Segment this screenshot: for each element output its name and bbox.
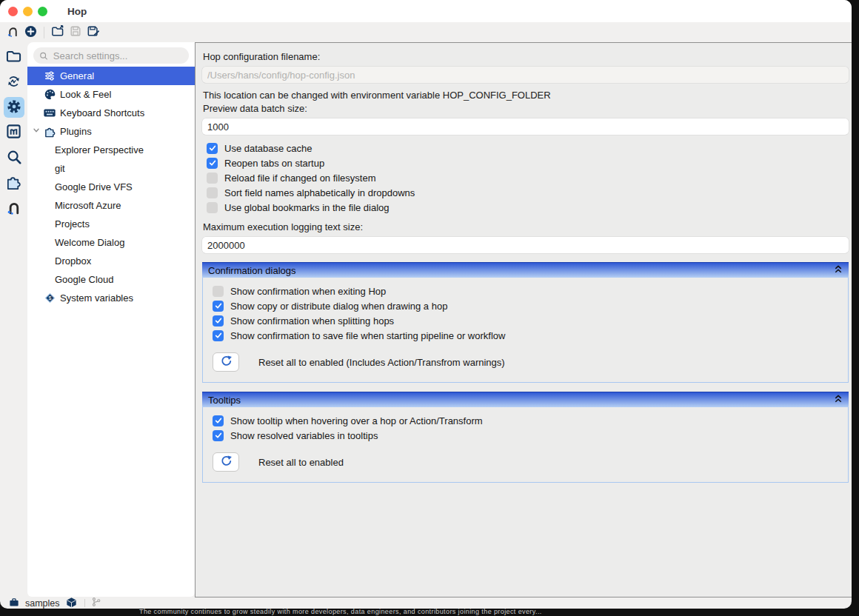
environment-cube-icon — [66, 597, 77, 609]
perspective-folder-explorer[interactable] — [4, 47, 24, 67]
collapse-section-icon[interactable] — [834, 264, 843, 276]
option-sections: Confirmation dialogsShow confirmation wh… — [202, 262, 849, 483]
checkbox-unchecked-icon[interactable] — [207, 202, 218, 213]
main-area: GeneralLook & FeelKeyboard ShortcutsPlug… — [0, 42, 852, 597]
save-as-button[interactable] — [84, 24, 102, 41]
checkbox-show-copy-or-distribute-dialog-when-drawing-a-hop[interactable]: Show copy or distribute dialog when draw… — [208, 298, 848, 313]
checkbox-label: Reload file if changed on filesystem — [224, 173, 376, 184]
checkbox-show-resolved-variables-in-tooltips[interactable]: Show resolved variables in tooltips — [208, 428, 848, 443]
perspective-gear[interactable] — [4, 97, 24, 118]
checkbox-unchecked-icon[interactable] — [213, 286, 224, 297]
zoom-window-button[interactable] — [38, 7, 47, 16]
settings-tree: GeneralLook & FeelKeyboard ShortcutsPlug… — [27, 67, 195, 307]
checkbox-label: Show resolved variables in tooltips — [230, 430, 378, 441]
checkbox-show-tooltip-when-hovering-over-a-hop-or-action-transform[interactable]: Show tooltip when hovering over a hop or… — [208, 413, 848, 428]
sidebar-item-label: General — [60, 70, 94, 81]
checkbox-checked-icon[interactable] — [207, 158, 218, 169]
sidebar-item-dropbox[interactable]: Dropbox — [27, 252, 195, 270]
sidebar-item-projects[interactable]: Projects — [27, 215, 195, 233]
general-options: Use database cacheReopen tabs on startup… — [202, 141, 849, 215]
status-bar: samples — [0, 597, 852, 609]
search-settings-input[interactable] — [52, 50, 183, 62]
checkbox-label: Show confirmation when exiting Hop — [230, 286, 386, 297]
sidebar-item-google-drive-vfs[interactable]: Google Drive VFS — [27, 178, 195, 196]
perspectives-toolbar — [0, 42, 27, 597]
close-window-button[interactable] — [8, 7, 18, 16]
new-item-button[interactable] — [21, 24, 39, 41]
section-header-confirmation-dialogs[interactable]: Confirmation dialogs — [202, 262, 849, 278]
checkbox-label: Show confirmation to save file when star… — [230, 330, 505, 341]
logging-size-field[interactable] — [202, 237, 849, 253]
keyboard-icon — [43, 107, 56, 120]
pipeline-run-icon — [5, 73, 22, 92]
section-title: Tooltips — [208, 395, 241, 406]
perspective-pipeline-run[interactable] — [4, 72, 24, 93]
sidebar-item-label: Plugins — [60, 126, 92, 137]
perspective-metadata[interactable] — [4, 122, 24, 143]
puzzle-icon — [5, 173, 22, 192]
project-name: samples — [25, 598, 60, 609]
checkbox-unchecked-icon[interactable] — [207, 173, 218, 184]
section-body: Show confirmation when exiting HopShow c… — [202, 278, 849, 383]
section-tooltips: TooltipsShow tooltip when hovering over … — [202, 392, 849, 483]
sidebar-item-system-variables[interactable]: $System variables — [27, 289, 195, 307]
reset-row: Reset all to enabled — [213, 452, 848, 472]
sidebar-item-microsoft-azure[interactable]: Microsoft Azure — [27, 196, 195, 215]
sidebar-item-welcome-dialog[interactable]: Welcome Dialog — [27, 233, 195, 252]
checkbox-label: Show tooltip when hovering over a hop or… — [230, 415, 483, 426]
reset-all-button[interactable] — [213, 452, 239, 472]
sidebar-item-label: Dropbox — [55, 255, 91, 267]
sidebar-item-general[interactable]: General — [27, 67, 195, 85]
perspective-search[interactable] — [4, 147, 24, 168]
minimize-window-button[interactable] — [23, 7, 33, 16]
checkbox-show-confirmation-when-exiting-hop[interactable]: Show confirmation when exiting Hop — [208, 284, 848, 298]
sidebar-item-label: Microsoft Azure — [55, 200, 121, 211]
sidebar-item-label: Keyboard Shortcuts — [60, 107, 144, 118]
neo4j-graph-icon — [6, 199, 21, 218]
sidebar-item-git[interactable]: git — [27, 159, 195, 178]
checkbox-checked-icon[interactable] — [213, 415, 224, 426]
expander-chevron-down-icon[interactable] — [32, 126, 42, 136]
batch-size-field[interactable] — [202, 118, 849, 135]
checkbox-checked-icon[interactable] — [213, 301, 224, 312]
checkbox-checked-icon[interactable] — [213, 330, 224, 341]
checkbox-reload-file-if-changed-on-filesystem[interactable]: Reload file if changed on filesystem — [202, 170, 849, 185]
checkbox-label: Use database cache — [224, 143, 312, 154]
open-file-button[interactable] — [49, 24, 67, 41]
checkbox-use-database-cache[interactable]: Use database cache — [202, 141, 849, 155]
toolbar-divider — [44, 27, 44, 38]
search-settings-box — [33, 47, 189, 64]
sidebar-item-explorer-perspective[interactable]: Explorer Perspective — [27, 141, 195, 159]
save-button[interactable] — [67, 24, 84, 41]
main-toolbar — [0, 22, 852, 42]
checkbox-checked-icon[interactable] — [213, 430, 224, 441]
search-icon — [39, 51, 48, 61]
hop-logo-button[interactable] — [4, 24, 21, 41]
section-header-tooltips[interactable]: Tooltips — [202, 392, 849, 407]
checkbox-reopen-tabs-on-startup[interactable]: Reopen tabs on startup — [202, 155, 849, 170]
checkbox-checked-icon[interactable] — [213, 315, 224, 327]
project-selector[interactable]: samples — [9, 597, 77, 609]
sidebar-item-plugins[interactable]: Plugins — [27, 122, 195, 141]
checkbox-show-confirmation-to-save-file-when-starting-pipeline-or-workflow[interactable]: Show confirmation to save file when star… — [208, 328, 848, 343]
reset-all-button[interactable] — [213, 352, 239, 372]
sidebar-item-keyboard-shortcuts[interactable]: Keyboard Shortcuts — [27, 104, 195, 122]
sidebar-item-look-feel[interactable]: Look & Feel — [27, 85, 195, 104]
collapse-section-icon[interactable] — [834, 394, 843, 406]
folder-explorer-icon — [5, 48, 22, 66]
checkbox-use-global-bookmarks-in-the-file-dialog[interactable]: Use global bookmarks in the file dialog — [202, 200, 849, 215]
reset-row: Reset all to enabled (Includes Action/Tr… — [213, 352, 848, 372]
checkbox-checked-icon[interactable] — [207, 143, 218, 154]
sidebar-item-label: git — [55, 163, 65, 174]
checkbox-show-confirmation-when-splitting-hops[interactable]: Show confirmation when splitting hops — [208, 313, 848, 328]
sidebar-item-google-cloud[interactable]: Google Cloud — [27, 270, 195, 289]
svg-text:$: $ — [48, 295, 51, 301]
perspective-puzzle[interactable] — [4, 173, 24, 193]
filename-label: Hop configuration filename: — [203, 51, 849, 62]
checkbox-unchecked-icon[interactable] — [207, 187, 218, 198]
checkbox-label: Use global bookmarks in the file dialog — [224, 202, 390, 213]
window-title: Hop — [67, 6, 87, 17]
statusbar-divider — [84, 599, 85, 607]
checkbox-sort-field-names-alphabetically-in-dropdowns[interactable]: Sort field names alphabetically in dropd… — [202, 185, 849, 200]
perspective-neo4j-graph[interactable] — [4, 198, 24, 218]
